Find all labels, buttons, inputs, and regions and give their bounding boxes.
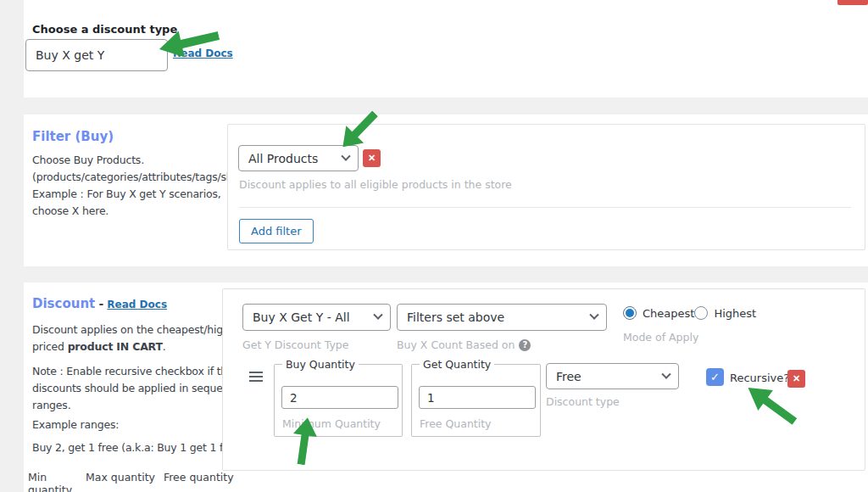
x-icon: ✕: [368, 153, 376, 164]
filter-product-select[interactable]: All Products: [238, 145, 359, 171]
buy-x-count-hint: Buy X Count Based on: [397, 338, 515, 351]
heading-separator: -: [98, 297, 103, 310]
discount-read-docs-link[interactable]: Read Docs: [107, 299, 167, 310]
chevron-down-icon: [373, 310, 382, 320]
buy-x-count-hint-row: Buy X Count Based on ?: [397, 338, 531, 351]
buy-x-count-select[interactable]: Filters set above: [397, 304, 607, 331]
drag-handle-icon[interactable]: [249, 372, 263, 382]
discount-description-range: Buy 2, get 1 free (a.k.a: Buy 1 get 1 fr…: [32, 439, 244, 456]
add-filter-button[interactable]: Add filter: [239, 219, 314, 243]
x-icon: ✕: [793, 373, 800, 384]
discount-rule-panel: Buy X Get Y - All Get Y Discount Type Fi…: [222, 288, 865, 471]
discount-heading-row: Discount - Read Docs: [32, 296, 167, 311]
filter-panel: All Products ✕ Discount applies to all e…: [227, 124, 865, 250]
highest-radio[interactable]: [694, 306, 708, 320]
example-ranges-table-header: Min quantity Max quantity Free quantity: [28, 471, 234, 492]
filter-buy-card: Filter (Buy) Choose Buy Products. (produ…: [24, 115, 868, 266]
question-icon[interactable]: ?: [519, 339, 531, 351]
discount-type-row-select[interactable]: Free: [546, 363, 679, 389]
discount-description-example: Example ranges:: [32, 417, 119, 433]
chevron-down-icon: [661, 369, 670, 378]
read-docs-link[interactable]: Read Docs: [173, 48, 233, 59]
filter-panel-divider: [239, 207, 851, 208]
recursive-label: Recursive?: [730, 372, 789, 384]
get-y-discount-type-hint: Get Y Discount Type: [242, 338, 348, 351]
discount-section-title: Discount: [32, 296, 95, 311]
discount-type-row-value: Free: [556, 370, 581, 383]
check-icon: ✓: [710, 371, 720, 383]
free-quantity-header: Free quantity: [164, 471, 234, 492]
filter-hint: Discount applies to all eligible product…: [239, 178, 512, 191]
highest-radio-label: Highest: [714, 307, 756, 320]
buy-quantity-fieldset: Buy Quantity Minimum Quantity: [274, 364, 403, 437]
filter-product-select-value: All Products: [248, 152, 318, 165]
filter-section-title: Filter (Buy): [32, 129, 114, 144]
chevron-down-icon: [341, 151, 350, 160]
filter-section-description: Choose Buy Products. (products/categorie…: [32, 152, 246, 220]
buy-x-count-value: Filters set above: [407, 310, 504, 324]
mode-of-apply-hint: Mode of Apply: [623, 331, 698, 344]
discount-description-note: Note : Enable recursive checkbox if the …: [32, 363, 245, 414]
discount-type-label: Choose a discount type: [32, 23, 177, 36]
mode-of-apply-group: Cheapest Highest: [623, 306, 756, 320]
cheapest-radio-label: Cheapest: [643, 307, 694, 320]
get-quantity-input[interactable]: [419, 386, 536, 409]
discount-card: Discount - Read Docs Discount applies on…: [24, 282, 868, 492]
discount-type-select[interactable]: Buy X get Y: [25, 39, 168, 71]
get-y-discount-type-select[interactable]: Buy X Get Y - All: [242, 304, 391, 331]
buy-quantity-input[interactable]: [281, 386, 398, 409]
description-bold-text: product IN CART: [68, 340, 163, 353]
discount-rule-editor: Choose a discount type Buy X get Y Read …: [0, 0, 868, 492]
get-y-discount-type-value: Buy X Get Y - All: [253, 310, 350, 324]
get-quantity-hint: Free Quantity: [420, 417, 492, 430]
discount-type-row-hint: Discount type: [546, 395, 620, 408]
buy-quantity-hint: Minimum Quantity: [282, 417, 381, 430]
get-quantity-fieldset: Get Quantity Free Quantity: [411, 364, 541, 437]
recursive-checkbox[interactable]: ✓: [706, 368, 724, 386]
remove-filter-button[interactable]: ✕: [363, 149, 381, 167]
min-quantity-header: Min quantity: [28, 471, 77, 492]
buy-quantity-legend: Buy Quantity: [282, 358, 359, 371]
discount-type-select-value: Buy X get Y: [36, 48, 104, 62]
chevron-down-icon: [589, 310, 598, 320]
cheapest-radio[interactable]: [623, 306, 637, 320]
discount-type-card: Choose a discount type Buy X get Y Read …: [24, 0, 868, 98]
max-quantity-header: Max quantity: [86, 471, 155, 492]
remove-range-button[interactable]: ✕: [787, 370, 805, 388]
discount-description-1: Discount applies on the cheapest/highest…: [32, 321, 245, 355]
top-right-danger-button-fragment[interactable]: [837, 0, 868, 5]
get-quantity-legend: Get Quantity: [420, 358, 494, 371]
